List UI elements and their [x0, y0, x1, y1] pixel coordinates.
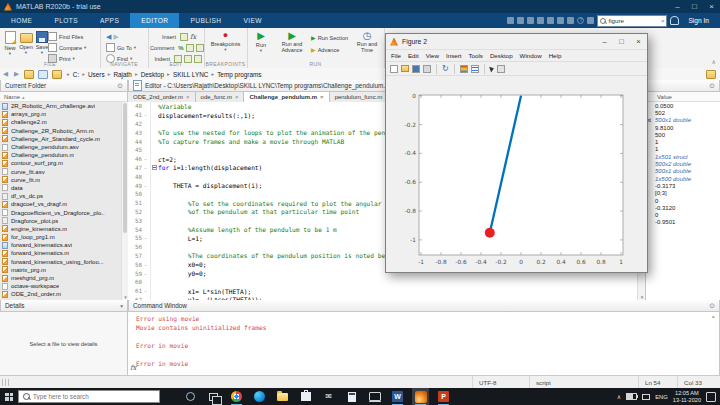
ribbon-tab[interactable]: PLOTS [43, 13, 89, 28]
breadcrumb-segment[interactable]: Users [88, 71, 105, 78]
taskbar-search-input[interactable] [33, 393, 155, 400]
browse-folder-icon[interactable] [38, 70, 48, 79]
figure-menu-item[interactable]: Edit [408, 52, 419, 59]
ribbon-tab[interactable]: APPS [89, 13, 130, 28]
uncomment-icon[interactable] [196, 44, 204, 52]
qat-community-icon[interactable] [587, 17, 594, 24]
file-row[interactable]: dragcoef_vs_dragf.m [0, 200, 128, 208]
insert-legend-icon[interactable] [471, 65, 479, 73]
file-row[interactable]: challenge2.m [0, 118, 128, 126]
scrollbar-thumb[interactable] [123, 103, 127, 233]
editor-tab[interactable]: ODE_2nd_order.m [128, 92, 196, 102]
qat-redo-icon[interactable] [557, 17, 564, 24]
details-header[interactable]: Details ▾ [0, 300, 128, 312]
file-row[interactable]: engine_kinematics.m [0, 225, 128, 233]
start-button[interactable] [0, 388, 18, 405]
panel-options-icon[interactable]: ⊙ [709, 302, 715, 310]
pendulum-plot[interactable]: -1-0.8-0.6-0.4-0.200.20.40.60.810-0.2-0.… [386, 76, 647, 273]
new-button[interactable]: New ▾ [2, 31, 18, 56]
breadcrumb-segment[interactable]: Desktop [141, 71, 164, 78]
figure-menu-item[interactable]: Help [549, 52, 562, 59]
file-row[interactable]: forward_kinematics_using_forloo... [0, 258, 128, 266]
minimize-button[interactable]: – [669, 0, 686, 13]
figure-menu-item[interactable]: View [426, 52, 439, 59]
documentation-search-box[interactable]: figure × [597, 15, 667, 27]
figure-close-button[interactable]: × [630, 37, 647, 46]
your-phone-button[interactable] [366, 388, 383, 405]
file-row[interactable]: for_loop_prg1.m [0, 233, 128, 241]
file-explorer-button[interactable] [274, 388, 291, 405]
figure-menu-item[interactable]: Desktop [490, 52, 513, 59]
file-row[interactable]: contour_surf_prg.m [0, 159, 128, 167]
figure-menu-item[interactable]: File [391, 52, 401, 59]
workspace-row[interactable]: 500x2 double [646, 160, 720, 167]
comment-block-icon[interactable] [186, 44, 194, 52]
breadcrumb-segment[interactable]: Temp programs [217, 71, 261, 78]
open-file-icon[interactable] [401, 65, 409, 72]
edit-plot-pointer-icon[interactable] [489, 65, 495, 72]
insert-colorbar-icon[interactable] [460, 65, 468, 73]
tab-close-icon[interactable] [235, 94, 239, 100]
new-figure-icon[interactable] [390, 65, 398, 73]
file-row[interactable]: octave-workspace [0, 282, 128, 290]
rotate-3d-icon[interactable]: ↻ [442, 65, 449, 73]
breadcrumb-segment[interactable]: SKILL LYNC [173, 71, 209, 78]
file-row[interactable]: 2R_Robotic_Arm_challenge.avi [0, 102, 128, 110]
panel-options-icon[interactable]: ⊙ [117, 82, 123, 90]
figure-minimize-button[interactable]: – [596, 37, 613, 46]
workspace-row[interactable]: 1 [646, 146, 720, 153]
battery-icon[interactable] [626, 393, 637, 400]
file-row[interactable]: forward_kinematics.avi [0, 241, 128, 249]
qat-paste-icon[interactable] [537, 17, 544, 24]
mail-button[interactable]: ✉ [320, 388, 337, 405]
code-line[interactable]: 60 [128, 278, 644, 287]
panel-options-icon[interactable]: ⊙ [709, 82, 715, 90]
file-row[interactable]: Dragcoefficient_vs_Dragforce_plo.. [0, 208, 128, 216]
figure-titlebar[interactable]: Figure 2 – □ × [386, 34, 647, 50]
file-row[interactable]: forward_kinematics.m [0, 249, 128, 257]
close-button[interactable]: × [703, 0, 720, 13]
details-collapse-icon[interactable]: ▾ [120, 303, 123, 309]
find-files-button[interactable]: Find Files [48, 32, 98, 41]
workspace-row[interactable]: 0 [646, 197, 720, 204]
tray-expand-icon[interactable]: ∧ [617, 393, 621, 400]
insert-button[interactable]: Insert fx [150, 32, 202, 41]
ribbon-tab[interactable]: VIEW [232, 13, 272, 28]
workspace-row[interactable]: -0.3120 [646, 204, 720, 211]
collapse-ribbon-icon[interactable]: ∧ [712, 58, 716, 65]
action-center-icon[interactable] [706, 392, 716, 402]
fold-icon[interactable] [152, 165, 157, 170]
run-and-advance-button[interactable]: ▶ Run and Advance [275, 31, 309, 54]
file-row[interactable]: Challenge_Air_Standard_cycle.m [0, 135, 128, 143]
file-row[interactable]: Challenge_pendulum.m [0, 151, 128, 159]
qat-copy-icon[interactable] [527, 17, 534, 24]
figure-maximize-button[interactable]: □ [613, 37, 630, 46]
run-button[interactable]: ▶ Run ▾ [251, 31, 271, 53]
maximize-button[interactable]: □ [686, 0, 703, 13]
workspace-value-header[interactable]: Value [645, 92, 720, 102]
file-row[interactable]: matrix_prg.m [0, 266, 128, 274]
comment-percent-icon[interactable]: % [178, 45, 183, 51]
workspace-row[interactable]: 9.8100 [646, 124, 720, 131]
figure-menu-item[interactable]: Insert [446, 52, 461, 59]
property-inspector-icon[interactable] [497, 65, 505, 73]
file-row[interactable]: data [0, 184, 128, 192]
matlab-taskbar-button[interactable] [412, 388, 429, 405]
file-row[interactable]: curve_fit.m [0, 176, 128, 184]
ribbon-tab[interactable]: HOME [0, 13, 43, 28]
qat-save-icon[interactable] [507, 17, 514, 24]
save-figure-icon[interactable] [412, 65, 420, 73]
run-and-time-button[interactable]: ◷ Run and Time [353, 31, 381, 54]
chrome-button[interactable] [228, 388, 245, 405]
file-row[interactable]: ODE_2nd_order.m [0, 290, 128, 298]
breakpoints-button[interactable]: ● Breakpoints ▾ [209, 31, 242, 52]
folder-back-icon[interactable]: ◀ [0, 70, 11, 78]
file-row[interactable]: arrays_prg.m [0, 110, 128, 118]
file-row[interactable]: meshgrid_prg.m [0, 274, 128, 282]
code-line[interactable]: 61 - x1= L*sin(THETA); [128, 287, 644, 296]
comment-button[interactable]: Comment % [150, 43, 202, 52]
workspace-row[interactable]: 500x1 double [646, 168, 720, 175]
scroll-up-icon[interactable]: ▴ [712, 313, 715, 319]
cortana-button[interactable] [182, 388, 199, 405]
word-button[interactable]: W [389, 388, 406, 405]
